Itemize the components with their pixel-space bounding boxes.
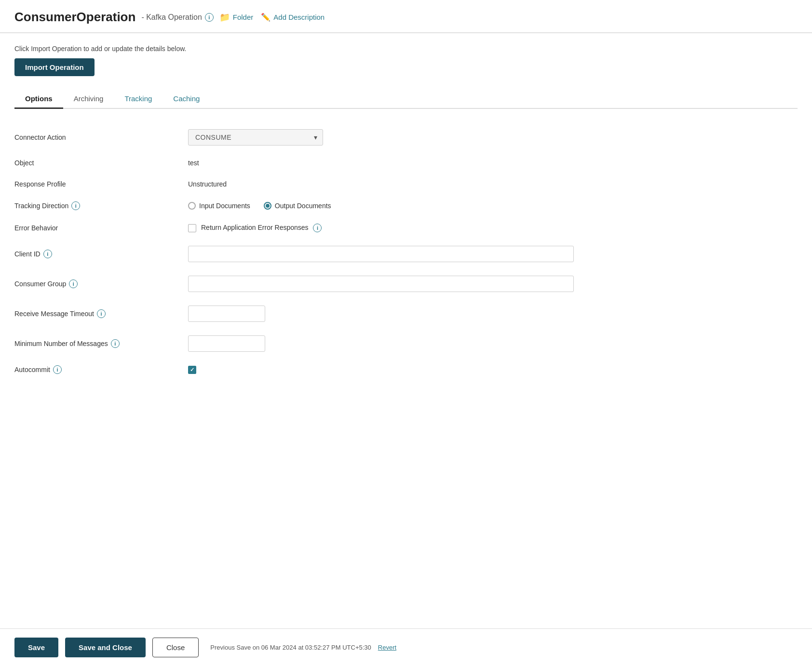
receive-message-timeout-row: Receive Message Timeout i bbox=[14, 299, 798, 329]
client-id-label: Client ID i bbox=[14, 250, 178, 258]
tracking-direction-row: Tracking Direction i Input Documents Out… bbox=[14, 195, 798, 217]
receive-message-timeout-info-icon[interactable]: i bbox=[97, 309, 106, 318]
consumer-group-label: Consumer Group i bbox=[14, 280, 178, 288]
tracking-direction-info-icon[interactable]: i bbox=[71, 201, 80, 210]
save-button[interactable]: Save bbox=[14, 638, 58, 657]
tab-options[interactable]: Options bbox=[14, 90, 63, 109]
connector-action-label: Connector Action bbox=[14, 133, 178, 141]
tabs-bar: Options Archiving Tracking Caching bbox=[14, 90, 798, 109]
tab-archiving[interactable]: Archiving bbox=[63, 90, 114, 109]
response-profile-value: Unstructured bbox=[188, 180, 798, 188]
tab-caching[interactable]: Caching bbox=[162, 90, 210, 109]
radio-output-documents-indicator bbox=[264, 202, 271, 210]
error-behavior-info-icon[interactable]: i bbox=[313, 224, 322, 232]
client-id-value bbox=[188, 246, 798, 262]
options-form: Connector Action CONSUME PRODUCE ▾ Objec… bbox=[14, 122, 798, 381]
client-id-row: Client ID i bbox=[14, 239, 798, 269]
receive-message-timeout-value bbox=[188, 306, 798, 322]
object-value: test bbox=[188, 159, 798, 167]
autocommit-checkbox[interactable] bbox=[188, 366, 196, 374]
radio-input-documents[interactable]: Input Documents bbox=[188, 202, 250, 210]
minimum-number-messages-info-icon[interactable]: i bbox=[111, 339, 120, 348]
object-label: Object bbox=[14, 159, 178, 167]
radio-input-documents-indicator bbox=[188, 202, 196, 210]
receive-message-timeout-input[interactable] bbox=[188, 306, 265, 322]
error-behavior-label: Error Behavior bbox=[14, 224, 178, 232]
footer: Save Save and Close Close Previous Save … bbox=[0, 628, 812, 666]
autocommit-label: Autocommit i bbox=[14, 365, 178, 374]
autocommit-value bbox=[188, 365, 798, 374]
tracking-direction-radio-group: Input Documents Output Documents bbox=[188, 202, 798, 210]
error-behavior-checkbox[interactable] bbox=[188, 224, 196, 232]
autocommit-row: Autocommit i bbox=[14, 359, 798, 381]
consumer-group-input[interactable] bbox=[188, 276, 574, 292]
error-behavior-value: Return Application Error Responses i bbox=[188, 224, 798, 232]
error-behavior-row: Error Behavior Return Application Error … bbox=[14, 217, 798, 239]
response-profile-row: Response Profile Unstructured bbox=[14, 173, 798, 195]
save-info: Previous Save on 06 Mar 2024 at 03:52:27… bbox=[210, 644, 371, 651]
tracking-direction-options: Input Documents Output Documents bbox=[188, 202, 798, 210]
error-behavior-checkbox-row: Return Application Error Responses i bbox=[188, 224, 798, 232]
tracking-direction-label: Tracking Direction i bbox=[14, 201, 178, 210]
add-description-button[interactable]: ✏️ Add Description bbox=[261, 13, 325, 22]
consumer-group-value bbox=[188, 276, 798, 292]
folder-icon: 📁 bbox=[219, 12, 230, 23]
folder-button[interactable]: 📁 Folder bbox=[219, 12, 254, 23]
header: ConsumerOperation - Kafka Operation i 📁 … bbox=[0, 0, 812, 33]
import-operation-button[interactable]: Import Operation bbox=[14, 58, 95, 76]
client-id-info-icon[interactable]: i bbox=[43, 250, 52, 258]
page-title: ConsumerOperation bbox=[14, 10, 135, 25]
object-row: Object test bbox=[14, 152, 798, 173]
import-section: Click Import Operation to add or update … bbox=[14, 45, 798, 90]
main-content: Click Import Operation to add or update … bbox=[0, 33, 812, 628]
header-subtitle: - Kafka Operation i bbox=[141, 13, 213, 22]
revert-link[interactable]: Revert bbox=[378, 644, 396, 651]
minimum-number-messages-label: Minimum Number of Messages i bbox=[14, 339, 178, 348]
connector-action-value: CONSUME PRODUCE ▾ bbox=[188, 129, 798, 146]
minimum-number-messages-input[interactable] bbox=[188, 335, 265, 352]
autocommit-info-icon[interactable]: i bbox=[53, 365, 62, 374]
radio-output-documents[interactable]: Output Documents bbox=[264, 202, 331, 210]
pencil-icon: ✏️ bbox=[261, 13, 271, 22]
close-button[interactable]: Close bbox=[152, 638, 199, 657]
kafka-operation-info-icon[interactable]: i bbox=[205, 13, 214, 22]
connector-action-select[interactable]: CONSUME PRODUCE bbox=[188, 129, 323, 146]
response-profile-label: Response Profile bbox=[14, 180, 178, 188]
tab-tracking[interactable]: Tracking bbox=[114, 90, 162, 109]
consumer-group-info-icon[interactable]: i bbox=[69, 280, 78, 288]
save-and-close-button[interactable]: Save and Close bbox=[65, 638, 146, 657]
minimum-number-messages-row: Minimum Number of Messages i bbox=[14, 329, 798, 359]
import-hint: Click Import Operation to add or update … bbox=[14, 45, 798, 53]
receive-message-timeout-label: Receive Message Timeout i bbox=[14, 309, 178, 318]
client-id-input[interactable] bbox=[188, 246, 574, 262]
consumer-group-row: Consumer Group i bbox=[14, 269, 798, 299]
connector-action-row: Connector Action CONSUME PRODUCE ▾ bbox=[14, 122, 798, 152]
connector-action-select-wrapper: CONSUME PRODUCE ▾ bbox=[188, 129, 323, 146]
minimum-number-messages-value bbox=[188, 335, 798, 352]
